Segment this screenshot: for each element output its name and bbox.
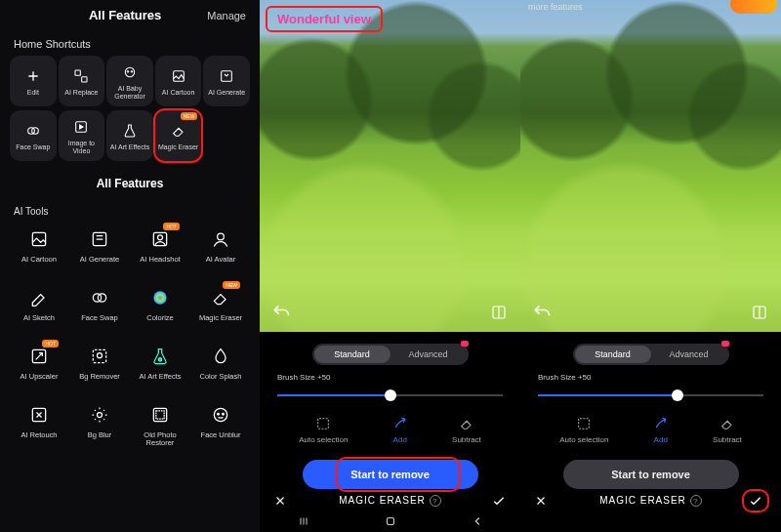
shortcut-edit[interactable]: Edit — [10, 56, 57, 106]
mode-tabs: Standard Advanced — [312, 344, 469, 365]
tool-old-photo[interactable]: Old Photo Restorer — [131, 396, 189, 456]
tool-ai-cartoon[interactable]: AI Cartoon — [10, 221, 68, 275]
overlay-text: Wonderful view — [266, 6, 383, 32]
start-remove-button[interactable]: Start to remove — [563, 460, 739, 489]
shortcut-ai-cartoon[interactable]: AI Cartoon — [155, 56, 202, 106]
manage-link[interactable]: Manage — [207, 10, 246, 21]
shortcut-magic-eraser[interactable]: NEW Magic Eraser — [155, 110, 202, 161]
tool-colorize[interactable]: Colorize — [131, 279, 189, 334]
mode-auto[interactable]: Auto selection — [299, 415, 348, 444]
svg-rect-32 — [579, 419, 590, 430]
face-swap-icon — [24, 122, 42, 140]
subtract-icon — [458, 415, 475, 432]
sketch-icon — [28, 287, 50, 308]
tab-standard[interactable]: Standard — [314, 346, 390, 363]
mode-add[interactable]: Add — [652, 415, 670, 444]
undo-button[interactable] — [269, 301, 293, 324]
tab-advanced[interactable]: Advanced — [651, 346, 727, 363]
svg-point-4 — [131, 71, 132, 72]
baby-icon — [121, 63, 139, 81]
tool-color-splash[interactable]: Color Splash — [191, 338, 250, 392]
mode-auto[interactable]: Auto selection — [559, 415, 608, 444]
tool-bg-blur[interactable]: Bg Blur — [70, 396, 129, 456]
home-shortcuts-label: Home Shortcuts — [0, 28, 260, 56]
magic-eraser-panel-after: more features Standard Advanced Brush Si… — [520, 0, 781, 532]
tool-ai-retouch[interactable]: AI Retouch — [10, 396, 68, 456]
tool-ai-avatar[interactable]: AI Avatar — [191, 221, 250, 275]
tool-ai-sketch[interactable]: AI Sketch — [10, 279, 68, 334]
flask-icon — [149, 346, 171, 367]
confirm-button[interactable] — [491, 493, 507, 509]
photo-canvas[interactable]: more features — [520, 0, 781, 332]
compare-button[interactable] — [748, 301, 771, 324]
tool-face-swap[interactable]: Face Swap — [70, 279, 129, 334]
splash-icon — [210, 346, 231, 367]
unblur-icon — [210, 404, 231, 426]
tool-face-unblur[interactable]: Face Unblur — [191, 396, 250, 456]
add-icon — [652, 415, 670, 432]
start-remove-button[interactable]: Start to remove — [303, 460, 478, 489]
more-features-label: more features — [528, 2, 583, 12]
svg-point-27 — [223, 413, 225, 415]
android-navbar — [260, 511, 520, 532]
close-button[interactable] — [273, 494, 287, 508]
tab-standard[interactable]: Standard — [575, 346, 651, 363]
advanced-badge-icon — [461, 341, 469, 347]
svg-rect-0 — [75, 70, 80, 75]
headshot-icon — [149, 228, 171, 250]
compare-button[interactable] — [487, 301, 511, 324]
tool-magic-eraser[interactable]: NEWMagic Eraser — [191, 279, 250, 334]
generate-icon — [89, 228, 110, 250]
brush-size-slider[interactable] — [277, 389, 503, 401]
shortcut-ai-art-effects[interactable]: AI Art Effects — [106, 110, 153, 161]
shortcut-ai-baby[interactable]: AI Baby Generator — [106, 56, 153, 106]
svg-point-13 — [158, 235, 163, 240]
hot-badge: HOT — [163, 223, 180, 230]
confirm-button[interactable] — [744, 491, 767, 511]
mode-tabs: Standard Advanced — [573, 344, 729, 365]
generate-icon — [218, 67, 235, 85]
hot-badge: HOT — [42, 340, 59, 348]
subtract-icon — [719, 415, 736, 432]
back-icon[interactable] — [468, 514, 487, 528]
undo-button[interactable] — [530, 301, 554, 324]
home-icon[interactable] — [381, 514, 400, 528]
help-icon[interactable]: ? — [430, 495, 441, 507]
tool-bg-remover[interactable]: Bg Remover — [70, 338, 129, 392]
footer-title: MAGIC ERASER? — [599, 495, 702, 507]
photo-canvas[interactable]: Wonderful view — [260, 0, 520, 332]
bg-remove-icon — [89, 346, 110, 367]
tool-ai-upscaler[interactable]: HOTAI Upscaler — [10, 338, 68, 392]
svg-point-8 — [31, 128, 38, 135]
tool-ai-generate[interactable]: AI Generate — [70, 221, 129, 275]
replace-icon — [72, 67, 90, 85]
mode-add[interactable]: Add — [391, 415, 409, 444]
shortcut-image-to-video[interactable]: Image to Video — [59, 110, 105, 161]
svg-point-23 — [98, 413, 103, 418]
auto-select-icon — [314, 415, 332, 432]
brush-size-label: Brush Size +50 — [260, 371, 520, 384]
mode-subtract[interactable]: Subtract — [452, 415, 481, 444]
blur-icon — [89, 404, 110, 426]
undo-redo-row — [530, 301, 771, 324]
svg-point-26 — [218, 413, 220, 415]
close-button[interactable] — [534, 494, 548, 508]
advanced-badge-icon — [721, 341, 729, 347]
avatar-icon — [210, 228, 231, 250]
mode-subtract[interactable]: Subtract — [713, 415, 742, 444]
tool-ai-headshot[interactable]: HOTAI Headshot — [131, 221, 189, 275]
shortcut-ai-replace[interactable]: AI Replace — [59, 56, 105, 106]
more-features-pill[interactable] — [730, 0, 777, 14]
svg-point-17 — [153, 291, 166, 304]
tab-advanced[interactable]: Advanced — [390, 346, 467, 363]
tool-ai-art-effects[interactable]: AI Art Effects — [131, 338, 189, 392]
eraser-icon — [210, 287, 231, 308]
recent-apps-icon[interactable] — [294, 514, 313, 528]
footer-bar: MAGIC ERASER? — [260, 495, 520, 507]
upscale-icon — [28, 346, 50, 367]
shortcut-face-swap[interactable]: Face Swap — [10, 110, 57, 161]
svg-point-14 — [218, 233, 225, 240]
shortcut-ai-generate[interactable]: AI Generate — [203, 56, 250, 106]
brush-size-slider[interactable] — [538, 389, 763, 401]
help-icon[interactable]: ? — [690, 495, 702, 507]
